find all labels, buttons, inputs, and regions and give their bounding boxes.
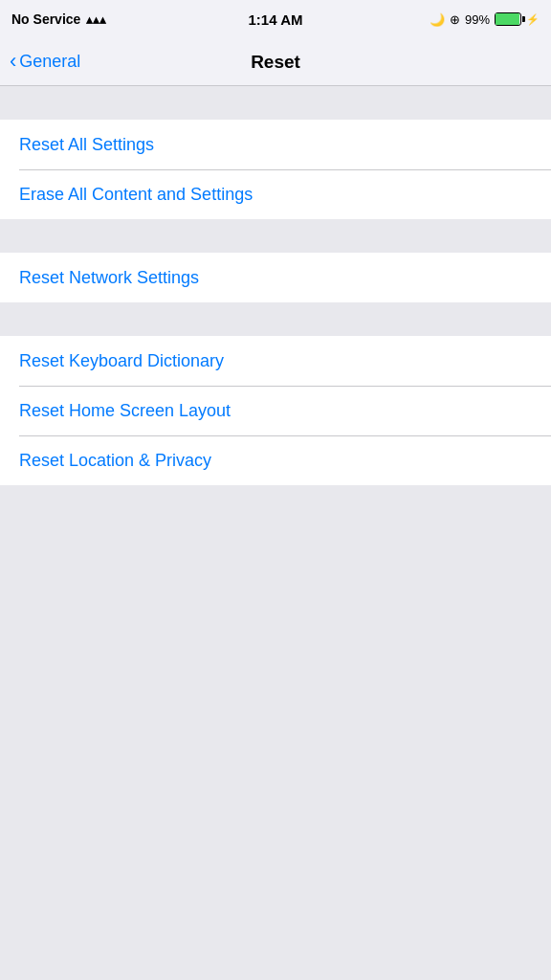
reset-network-label: Reset Network Settings bbox=[19, 268, 199, 288]
reset-all-settings-item[interactable]: Reset All Settings bbox=[0, 120, 551, 169]
section-3: Reset Keyboard Dictionary Reset Home Scr… bbox=[0, 336, 551, 485]
bolt-icon: ⚡ bbox=[526, 13, 540, 26]
section-gap-2 bbox=[0, 219, 551, 253]
section-gap-top bbox=[0, 86, 551, 120]
status-left: No Service ▴▴▴ bbox=[11, 11, 106, 27]
status-bar: No Service ▴▴▴ 1:14 AM 🌙 ⊕ 99% ⚡ bbox=[0, 0, 551, 38]
erase-all-content-label: Erase All Content and Settings bbox=[19, 185, 253, 205]
no-service-label: No Service bbox=[11, 11, 80, 27]
nav-bar: ‹ General Reset bbox=[0, 38, 551, 86]
erase-all-content-item[interactable]: Erase All Content and Settings bbox=[0, 169, 551, 219]
moon-icon: 🌙 bbox=[430, 12, 445, 27]
status-right: 🌙 ⊕ 99% ⚡ bbox=[430, 12, 540, 27]
section-2: Reset Network Settings bbox=[0, 253, 551, 302]
reset-keyboard-label: Reset Keyboard Dictionary bbox=[19, 351, 224, 371]
bottom-area bbox=[0, 485, 551, 839]
section-1: Reset All Settings Erase All Content and… bbox=[0, 120, 551, 219]
status-time: 1:14 AM bbox=[249, 11, 303, 28]
reset-network-item[interactable]: Reset Network Settings bbox=[0, 253, 551, 302]
battery-icon bbox=[495, 12, 521, 26]
reset-home-screen-label: Reset Home Screen Layout bbox=[19, 401, 231, 421]
battery-container bbox=[495, 12, 521, 26]
reset-location-privacy-item[interactable]: Reset Location & Privacy bbox=[0, 435, 551, 485]
reset-location-privacy-label: Reset Location & Privacy bbox=[19, 451, 211, 471]
back-label: General bbox=[19, 52, 80, 72]
reset-keyboard-item[interactable]: Reset Keyboard Dictionary bbox=[0, 336, 551, 386]
wifi-icon: ▴▴▴ bbox=[86, 12, 106, 27]
reset-home-screen-item[interactable]: Reset Home Screen Layout bbox=[0, 386, 551, 435]
back-button[interactable]: ‹ General bbox=[10, 52, 80, 72]
back-chevron-icon: ‹ bbox=[10, 51, 16, 72]
reset-all-settings-label: Reset All Settings bbox=[19, 135, 154, 155]
section-gap-3 bbox=[0, 302, 551, 336]
page-title: Reset bbox=[251, 52, 300, 73]
battery-pct: 99% bbox=[465, 12, 490, 27]
at-icon: ⊕ bbox=[450, 12, 460, 27]
battery-fill bbox=[496, 13, 519, 25]
